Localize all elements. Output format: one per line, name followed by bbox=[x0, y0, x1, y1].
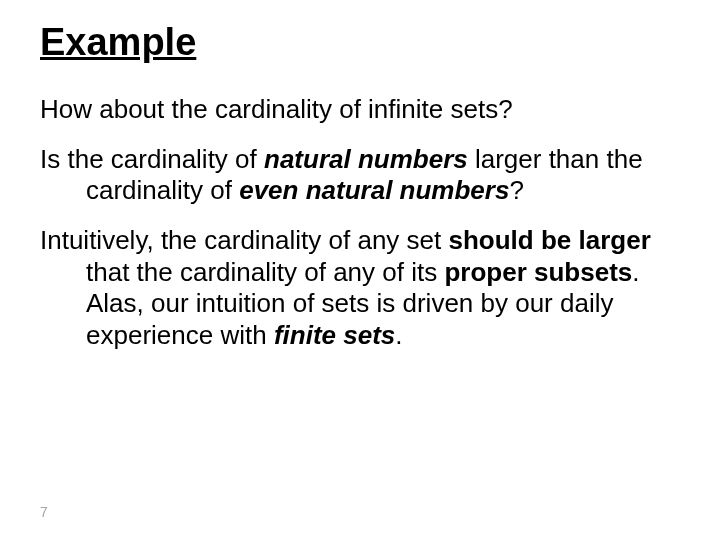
emphasis-even-natural-numbers: even natural numbers bbox=[239, 175, 509, 205]
emphasis-should-be-larger: should be larger bbox=[449, 225, 651, 255]
emphasis-finite-sets: finite sets bbox=[274, 320, 395, 350]
page-number: 7 bbox=[40, 504, 48, 520]
paragraph-1: How about the cardinality of infinite se… bbox=[40, 94, 680, 126]
text: Is the cardinality of bbox=[40, 144, 264, 174]
text: Intuitively, the cardinality of any set bbox=[40, 225, 449, 255]
text: . bbox=[395, 320, 402, 350]
slide-title: Example bbox=[40, 22, 680, 64]
paragraph-3: Intuitively, the cardinality of any set … bbox=[40, 225, 680, 352]
text: that the cardinality of any of its bbox=[86, 257, 444, 287]
text: ? bbox=[509, 175, 523, 205]
slide: Example How about the cardinality of inf… bbox=[0, 0, 720, 540]
emphasis-natural-numbers: natural numbers bbox=[264, 144, 468, 174]
emphasis-proper-subsets: proper subsets bbox=[444, 257, 632, 287]
paragraph-2: Is the cardinality of natural numbers la… bbox=[40, 144, 680, 207]
